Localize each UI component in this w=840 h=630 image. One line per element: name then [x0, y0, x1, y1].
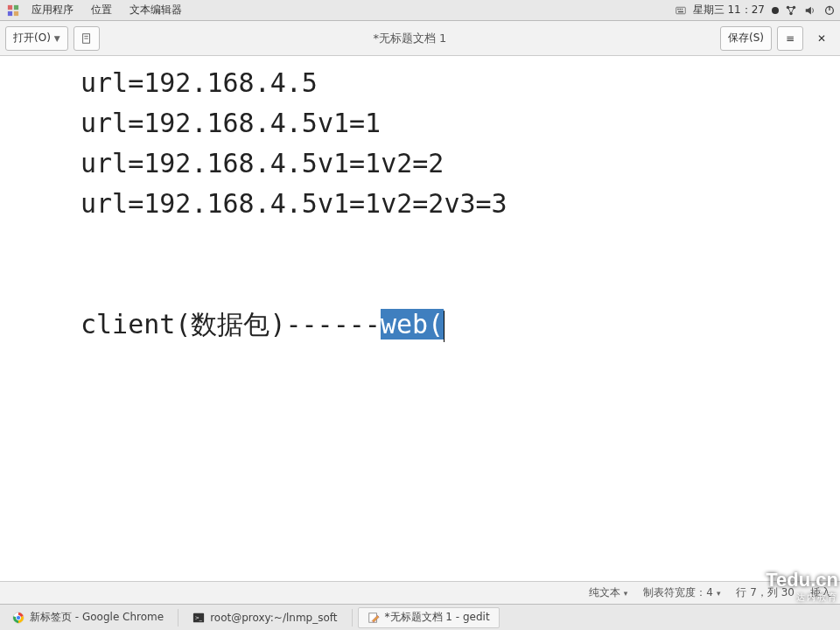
clock-text[interactable]: 星期三 11：27	[693, 3, 765, 18]
open-button[interactable]: 打开(O) ▼	[5, 26, 68, 51]
new-doc-icon	[80, 32, 93, 45]
menu-applications[interactable]: 应用程序	[23, 3, 82, 18]
close-button[interactable]: ✕	[808, 26, 835, 51]
gedit-statusbar: 纯文本 ▾ 制表符宽度：4 ▾ 行 7，列 30 插入	[0, 581, 840, 604]
volume-icon[interactable]	[803, 4, 817, 18]
gedit-icon	[368, 612, 380, 624]
panel-left: 应用程序 位置 文本编辑器	[4, 3, 191, 18]
taskbar-separator	[178, 609, 178, 626]
insert-mode: 插入	[810, 585, 831, 600]
taskbar-item-gedit[interactable]: *无标题文档 1 - gedit	[358, 607, 500, 628]
chrome-icon	[12, 612, 24, 624]
network-icon[interactable]	[784, 4, 798, 18]
svg-rect-6	[679, 8, 681, 10]
line-3: url=192.168.4.5v1=1v2=2	[80, 148, 444, 178]
taskbar-item-terminal[interactable]: >_ root@proxy:~/lnmp_soft	[184, 607, 346, 628]
open-button-label: 打开(O)	[13, 31, 51, 46]
svg-point-19	[16, 615, 20, 620]
keyboard-icon[interactable]	[674, 4, 688, 18]
editor-content[interactable]: url=192.168.4.5 url=192.168.4.5v1=1 url=…	[0, 63, 840, 345]
chevron-down-icon: ▼	[54, 34, 60, 43]
tabwidth-label: 制表符宽度：4	[643, 585, 713, 600]
hamburger-menu-button[interactable]: ≡	[777, 26, 803, 51]
svg-rect-8	[678, 10, 683, 12]
syntax-combo[interactable]: 纯文本 ▾	[589, 585, 628, 600]
menu-texteditor[interactable]: 文本编辑器	[121, 3, 191, 18]
activities-icon[interactable]	[7, 4, 19, 17]
svg-rect-1	[14, 4, 18, 9]
taskbar-item-chrome[interactable]: 新标签页 - Google Chrome	[4, 607, 172, 628]
line-4: url=192.168.4.5v1=1v2=2v3=3	[80, 188, 508, 219]
svg-rect-4	[676, 7, 685, 14]
svg-rect-0	[8, 4, 12, 9]
clock-dot-icon	[772, 7, 779, 14]
hamburger-icon: ≡	[786, 32, 794, 45]
taskbar-label-chrome: 新标签页 - Google Chrome	[30, 610, 164, 625]
close-icon: ✕	[817, 32, 826, 45]
chevron-down-icon: ▾	[624, 589, 628, 598]
svg-text:>_: >_	[195, 613, 203, 620]
power-icon[interactable]	[822, 4, 836, 18]
new-document-button[interactable]	[74, 26, 100, 51]
line-2: url=192.168.4.5v1=1	[80, 108, 381, 138]
svg-rect-7	[681, 8, 682, 10]
chevron-down-icon: ▾	[717, 589, 721, 598]
panel-right: 星期三 11：27	[674, 3, 836, 18]
svg-rect-5	[677, 8, 679, 10]
svg-rect-3	[14, 10, 18, 15]
editor-area[interactable]: url=192.168.4.5 url=192.168.4.5v1=1 url=…	[0, 56, 840, 581]
line-1: url=192.168.4.5	[80, 67, 318, 98]
line-7-selection: web(	[381, 309, 444, 340]
text-cursor	[444, 311, 444, 342]
line-7-prefix: client(数据包)------	[80, 309, 381, 340]
svg-rect-2	[8, 10, 12, 15]
menu-places[interactable]: 位置	[82, 3, 121, 18]
gnome-top-panel: 应用程序 位置 文本编辑器 星期三 11：27	[0, 0, 840, 21]
cursor-position: 行 7，列 30	[736, 585, 794, 600]
gnome-taskbar: 新标签页 - Google Chrome >_ root@proxy:~/lnm…	[0, 604, 840, 630]
tabwidth-combo[interactable]: 制表符宽度：4 ▾	[643, 585, 720, 600]
terminal-icon: >_	[192, 612, 205, 624]
taskbar-label-gedit: *无标题文档 1 - gedit	[385, 610, 490, 625]
gedit-toolbar: 打开(O) ▼ *无标题文档 1 保存(S) ≡ ✕	[0, 21, 840, 56]
document-title: *无标题文档 1	[105, 31, 715, 46]
save-button[interactable]: 保存(S)	[720, 26, 772, 51]
taskbar-label-terminal: root@proxy:~/lnmp_soft	[210, 612, 337, 624]
taskbar-separator	[352, 609, 353, 626]
syntax-label: 纯文本	[589, 585, 620, 600]
save-button-label: 保存(S)	[728, 31, 764, 46]
